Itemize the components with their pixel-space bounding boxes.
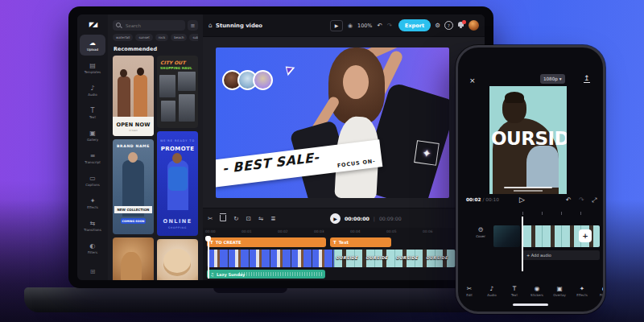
timeline-play-button[interactable]: ▶ — [330, 213, 341, 224]
rotate-icon[interactable]: ↻ — [233, 215, 238, 222]
tool-text[interactable]: T Text — [503, 279, 526, 302]
add-clip-button[interactable]: + — [579, 229, 592, 242]
text-clip-to-create[interactable]: T TO CREATE — [207, 237, 326, 247]
chip-waterfall[interactable]: waterfall — [113, 34, 133, 41]
sidebar-item-filters[interactable]: ◐ Filters — [80, 237, 105, 258]
template-photo-warm[interactable] — [113, 237, 154, 280]
tool-audio[interactable]: ♪ Audio — [481, 279, 503, 302]
mobile-preview[interactable]: OURSIDE — [489, 86, 567, 194]
mirror-icon[interactable]: ⇋ — [258, 215, 263, 222]
home-indicator[interactable] — [513, 303, 548, 306]
sidebar-item-gallery[interactable]: ▣ Gallery — [80, 125, 105, 146]
template-city-out[interactable]: CITY OUT SHOPPING HAUL — [157, 56, 198, 128]
mobile-ruler — [522, 212, 600, 215]
preview-play-button[interactable]: ▶ — [330, 20, 343, 31]
undo-icon[interactable]: ↶ — [377, 22, 382, 29]
chip-beach[interactable]: beach — [171, 34, 187, 41]
template-open-now[interactable]: OPEN NOW in town — [113, 56, 154, 136]
search-field[interactable] — [124, 23, 182, 29]
mobile-undo-icon[interactable]: ↶ — [566, 196, 572, 204]
template-title: OPEN NOW — [116, 122, 150, 128]
help-icon[interactable]: ? — [444, 21, 453, 30]
zoom-level[interactable]: 100% — [357, 23, 372, 29]
video-track[interactable]: OURSIDE OURSIDE OURSIDE OURSIDE — [207, 250, 456, 267]
figure — [168, 167, 188, 191]
project-title[interactable]: Stunning video — [216, 23, 262, 29]
export-button[interactable]: Export — [398, 19, 431, 31]
panel-toggle-icon[interactable]: ⊞ — [90, 268, 96, 275]
video-clip-ourside[interactable]: OURSIDE OURSIDE OURSIDE OURSIDE — [334, 250, 456, 267]
mouse-cursor-icon — [286, 64, 297, 76]
chip-sunset[interactable]: sunset — [135, 34, 152, 41]
sidebar-item-label: Captions — [85, 183, 100, 187]
search-input[interactable] — [113, 20, 185, 31]
sidebar-item-text[interactable]: T Text — [80, 102, 105, 123]
close-icon[interactable]: × — [469, 76, 476, 85]
tool-label: Audio — [487, 293, 496, 297]
audio-clip[interactable]: ♫ Lazy Sunday — [207, 270, 325, 279]
text-clip-label: Text — [339, 240, 349, 245]
sidebar-item-effects[interactable]: ✦ Effects — [80, 192, 105, 213]
sidebar-item-label: Effects — [87, 205, 98, 209]
filter-button[interactable]: ≡ — [188, 20, 198, 31]
tool-filters[interactable]: ◐ Filters — [593, 279, 605, 302]
sidebar-item-transcript[interactable]: ≡ Transcript — [80, 147, 105, 168]
template-subtitle: ONLINE — [157, 218, 198, 225]
mobile-playhead[interactable] — [522, 217, 523, 271]
video-frame[interactable]: - BEST SALE- FOCUS ON- ✦ — [216, 47, 449, 198]
crop-icon[interactable]: ⊡ — [246, 215, 251, 222]
detach-icon[interactable]: ≣ — [270, 215, 275, 222]
playhead[interactable] — [208, 237, 209, 279]
template-brand-name[interactable]: BRAND NAME NEW COLLECTION COMING SOON — [113, 139, 154, 234]
templates-panel: ≡ waterfall sunset rock beach subscribe … — [108, 14, 203, 280]
sidebar-item-transitions[interactable]: ⇆ Transitions — [80, 215, 105, 236]
sidebar-item-upload[interactable]: ☁ Upload — [80, 35, 105, 56]
template-subtitle: SHOPPING HAUL — [160, 66, 192, 70]
video-clip-model[interactable] — [207, 250, 334, 267]
preview-title-text: OURSIDE — [491, 128, 567, 149]
settings-gear-icon[interactable]: ⚙ — [435, 22, 440, 29]
tool-effects[interactable]: ✦ Effects — [571, 279, 593, 302]
redo-icon[interactable]: ↷ — [387, 22, 392, 29]
delete-icon[interactable] — [220, 215, 226, 221]
chevron-down-icon: ▾ — [559, 76, 562, 81]
sparkle-selection-box[interactable]: ✦ — [414, 140, 440, 166]
sidebar-rail: ◤◢ ☁ Upload ▤ Templates ♪ Audio T Text — [77, 14, 108, 280]
previous-clip-thumbnail[interactable] — [493, 225, 520, 247]
home-icon[interactable]: ⌂ — [208, 22, 213, 29]
tool-overlay[interactable]: ▣ Overlay — [548, 279, 571, 302]
mobile-redo-icon[interactable]: ↷ — [579, 196, 584, 204]
sidebar-item-label: Text — [89, 115, 96, 119]
text-clip-text[interactable]: T Text — [330, 237, 391, 247]
tool-stickers[interactable]: ◉ Stickers — [526, 279, 548, 302]
template-photo-cream[interactable] — [157, 239, 198, 280]
record-icon[interactable]: ◉ — [348, 23, 353, 29]
split-icon[interactable]: ✂ — [208, 215, 213, 222]
template-grid: OPEN NOW in town BRAND NAME NEW COLLECTI… — [113, 56, 198, 280]
sidebar-item-audio[interactable]: ♪ Audio — [80, 80, 105, 101]
text-clip-icon: T — [210, 240, 213, 245]
photo-tile — [159, 75, 175, 97]
add-audio-button[interactable]: + Add audio — [522, 250, 600, 260]
ruler-tick: 00:01 — [242, 229, 252, 233]
avatar-stickers[interactable] — [222, 70, 268, 90]
user-avatar[interactable] — [469, 20, 479, 31]
sidebar-item-label: Transcript — [85, 160, 101, 164]
cover-button[interactable]: ⚙ Cover — [471, 226, 490, 238]
sidebar-item-templates[interactable]: ▤ Templates — [80, 57, 105, 78]
export-icon[interactable]: ↥ — [584, 74, 590, 83]
sidebar-item-captions[interactable]: ▭ Captions — [80, 170, 105, 191]
chip-subscribe[interactable]: subscribe — [189, 34, 198, 41]
timeline-ruler[interactable]: 00:00 00:01 00:02 00:03 00:04 00:05 00:0… — [203, 228, 485, 237]
mobile-play-button[interactable]: ▷ — [519, 196, 525, 204]
notifications-bell-icon[interactable] — [457, 22, 464, 29]
fullscreen-icon[interactable]: ⤢ — [592, 196, 597, 204]
template-promote[interactable]: WE'RE READY TO PROMOTE ONLINE SHOPPING — [157, 131, 198, 236]
ruler-tick: 00:06 — [423, 229, 433, 233]
tool-edit[interactable]: ✂ Edit — [458, 279, 481, 302]
phone: × 1080p ▾ ↥ OURSIDE 00:02 / 00:10 ▷ ↶ — [456, 45, 605, 314]
resolution-dropdown[interactable]: 1080p ▾ — [540, 74, 565, 84]
timeline: 00:00 00:01 00:02 00:03 00:04 00:05 00:0… — [203, 228, 485, 280]
text-t-icon: T — [513, 285, 517, 292]
chip-rock[interactable]: rock — [155, 34, 169, 41]
